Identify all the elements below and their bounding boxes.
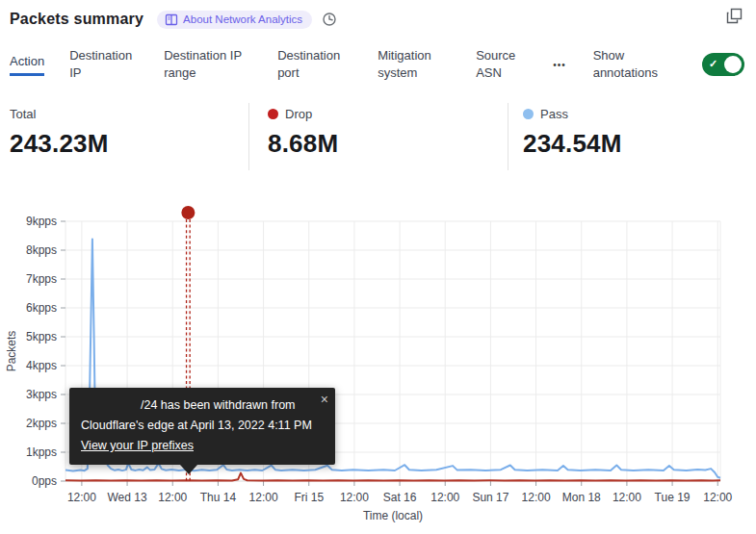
x-tick-label: Wed 13 [107, 491, 146, 504]
y-tick-label: 0pps [32, 474, 57, 488]
tab-destination-ip[interactable]: Destination IP [69, 47, 139, 82]
x-tick-label: 12:00 [613, 491, 641, 504]
show-annotations-label: Show annotations [593, 47, 674, 82]
close-icon[interactable]: × [321, 390, 328, 410]
popout-icon[interactable] [726, 8, 743, 28]
x-tick-label: 12:00 [158, 491, 187, 504]
show-annotations-toggle[interactable]: ✓ [702, 53, 744, 76]
annotation-dot[interactable] [181, 206, 195, 219]
y-tick-label: 3kpps [26, 388, 57, 401]
tab-destination-ip-range[interactable]: Destination IP range [164, 47, 252, 82]
tooltip-line1: /24 has been withdrawn from [81, 395, 324, 416]
x-tick-label: Sat 16 [383, 491, 417, 504]
stat-value: 234.54M [523, 129, 622, 159]
tab-destination-port[interactable]: Destination port [277, 47, 352, 82]
tab-source-asn[interactable]: Source ASN [476, 47, 526, 82]
x-tick-label: 12:00 [249, 491, 278, 504]
x-tick-label: Fri 15 [294, 491, 324, 504]
stat-drop: Drop8.68M [268, 107, 338, 159]
y-tick-label: 4kpps [26, 359, 57, 372]
stat-value: 243.23M [10, 129, 109, 159]
y-tick-label: 2kpps [26, 417, 57, 430]
stat-value: 8.68M [268, 129, 338, 159]
chart-canvas[interactable]: 0pps1kpps2kpps3kpps4kpps5kpps6kpps7kpps8… [0, 192, 756, 529]
x-tick-label: 12:00 [430, 491, 459, 504]
x-tick-label: Tue 19 [655, 491, 691, 504]
packets-chart[interactable]: 0pps1kpps2kpps3kpps4kpps5kpps6kpps7kpps8… [0, 192, 756, 529]
x-tick-label: 12:00 [522, 491, 551, 504]
stat-label: Total [10, 107, 109, 121]
tab-list: ActionDestination IPDestination IP range… [10, 47, 526, 82]
x-tick-label: Mon 18 [562, 491, 601, 504]
view-ip-prefixes-link[interactable]: View your IP prefixes [81, 439, 194, 452]
tab-mitigation-system[interactable]: Mitigation system [378, 47, 451, 82]
tab-action[interactable]: Action [10, 53, 44, 76]
tooltip-line2: Cloudflare's edge at April 13, 2022 4:11… [81, 416, 324, 436]
annotation-tooltip: × /24 has been withdrawn from Cloudflare… [69, 388, 335, 465]
y-tick-label: 5kpps [26, 330, 57, 343]
stats-row: Total243.23MDrop8.68MPass234.54M [0, 101, 756, 173]
legend-dot-pass [523, 109, 534, 119]
y-tick-label: 6kpps [26, 301, 57, 315]
x-tick-label: 12:00 [703, 491, 732, 504]
badge-label: About Network Analytics [183, 13, 302, 25]
page-title: Packets summary [10, 11, 143, 28]
y-tick-label: 1kpps [26, 445, 57, 459]
y-tick-label: 7kpps [26, 272, 57, 286]
check-icon: ✓ [709, 58, 717, 70]
legend-dot-drop [268, 109, 278, 119]
y-tick-label: 8kpps [26, 243, 57, 257]
packets-summary-panel: Packets summary About Network Analytics … [0, 0, 756, 534]
dimension-tabs: ActionDestination IPDestination IP range… [10, 40, 744, 89]
about-network-analytics-badge[interactable]: About Network Analytics [157, 11, 312, 29]
stat-pass: Pass234.54M [523, 107, 622, 159]
more-tabs-button[interactable]: ••• [551, 60, 568, 70]
x-tick-label: 12:00 [340, 491, 369, 504]
y-tick-label: 9kpps [26, 215, 57, 228]
x-tick-label: Sun 17 [472, 491, 508, 504]
clock-icon[interactable] [322, 12, 337, 27]
series-drop [65, 473, 720, 481]
book-icon [165, 13, 178, 26]
x-axis-title: Time (local) [363, 509, 423, 522]
stat-total: Total243.23M [10, 107, 109, 159]
tooltip-caret [180, 465, 197, 474]
y-axis-title: Packets [5, 331, 18, 372]
toggle-knob [724, 56, 742, 73]
stat-divider [248, 103, 249, 170]
stat-divider [508, 103, 508, 170]
x-tick-label: 12:00 [67, 491, 96, 504]
stat-label: Pass [523, 107, 622, 121]
x-tick-label: Thu 14 [200, 491, 237, 504]
stat-label: Drop [268, 107, 338, 121]
panel-header: Packets summary About Network Analytics [10, 8, 746, 31]
